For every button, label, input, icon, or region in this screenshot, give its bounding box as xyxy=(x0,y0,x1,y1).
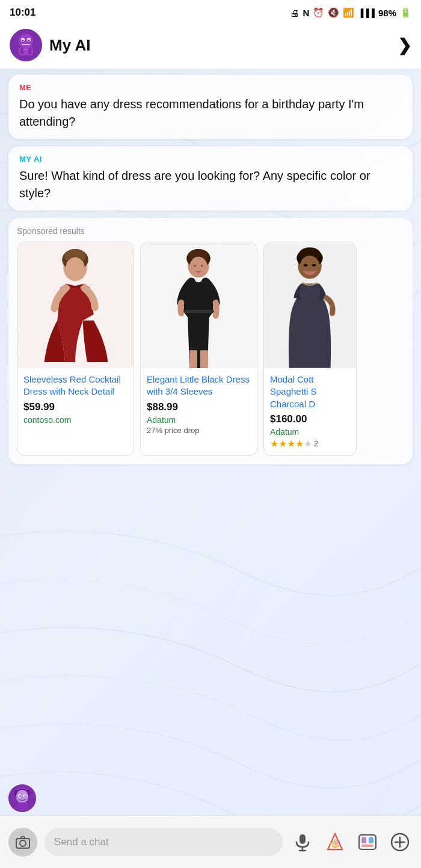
svg-rect-11 xyxy=(28,48,31,54)
product-image-1 xyxy=(17,242,134,369)
nfc-icon: N xyxy=(303,8,309,18)
camera-button[interactable] xyxy=(8,828,37,857)
product-card-2[interactable]: Elegant Little Black Dress with 3/4 Slee… xyxy=(140,242,257,456)
message-text-ai: Sure! What kind of dress are you looking… xyxy=(19,167,402,202)
star-5: ★ xyxy=(304,438,312,449)
add-button[interactable] xyxy=(387,830,413,855)
svg-rect-8 xyxy=(22,44,30,45)
signal-icon: ▐▐▐ xyxy=(358,8,375,17)
svg-point-6 xyxy=(22,40,24,42)
svg-rect-45 xyxy=(17,802,28,810)
header-left: My AI xyxy=(10,29,90,61)
star-count: 2 xyxy=(314,439,318,448)
product-image-2 xyxy=(141,242,257,369)
bitmoji-icon xyxy=(358,833,377,852)
product-stars-3: ★ ★ ★ ★ ★ 2 xyxy=(270,438,350,449)
battery-level: 98% xyxy=(378,8,396,18)
app-header: My AI ❯ xyxy=(0,24,421,69)
svg-text:🎂: 🎂 xyxy=(330,838,341,848)
status-time: 10:01 xyxy=(10,7,35,19)
svg-point-32 xyxy=(304,264,308,266)
products-row: Sleeveless Red Cocktail Dress with Neck … xyxy=(17,242,404,456)
product-info-3: Modal Cott Spaghetti S Charcoal D $160.0… xyxy=(264,369,356,449)
sender-label-ai: MY AI xyxy=(19,155,402,164)
svg-point-22 xyxy=(194,265,196,267)
battery-icon: 🔋 xyxy=(400,7,411,18)
camera-icon xyxy=(15,834,31,850)
svg-rect-26 xyxy=(200,350,208,368)
microphone-icon xyxy=(293,833,312,852)
star-3: ★ xyxy=(287,438,295,449)
wifi-icon: 📶 xyxy=(343,7,354,18)
sponsored-section: Sponsored results xyxy=(8,218,413,464)
product-name-1: Sleeveless Red Cocktail Dress with Neck … xyxy=(23,374,128,398)
bottom-user-avatar xyxy=(8,784,36,812)
alarm-icon: ⏰ xyxy=(313,7,324,18)
product-info-1: Sleeveless Red Cocktail Dress with Neck … xyxy=(17,369,134,425)
product-price-3: $160.00 xyxy=(270,413,350,425)
product-info-2: Elegant Little Black Dress with 3/4 Slee… xyxy=(141,369,257,435)
product-badge-2: 27% price drop xyxy=(147,426,251,435)
product-card-1[interactable]: Sleeveless Red Cocktail Dress with Neck … xyxy=(17,242,134,456)
svg-rect-25 xyxy=(189,350,197,368)
microphone-button[interactable] xyxy=(290,830,315,855)
star-4: ★ xyxy=(295,438,304,449)
message-block-me: ME Do you have any dress recommendations… xyxy=(8,75,413,139)
sponsored-label: Sponsored results xyxy=(17,226,404,236)
svg-point-16 xyxy=(66,257,85,279)
message-block-ai: MY AI Sure! What kind of dress are you l… xyxy=(8,146,413,211)
svg-point-47 xyxy=(20,840,26,846)
main-content: ME Do you have any dress recommendations… xyxy=(0,69,421,814)
status-icons: 🖨 N ⏰ 🔇 📶 ▐▐▐ 98% 🔋 xyxy=(290,7,411,18)
svg-rect-58 xyxy=(361,845,373,847)
svg-point-43 xyxy=(19,795,20,796)
svg-rect-24 xyxy=(183,310,214,313)
add-icon xyxy=(390,833,410,852)
header-title: My AI xyxy=(49,36,90,55)
sticker-icon: 🎂 xyxy=(325,833,345,852)
bitmoji-button[interactable] xyxy=(355,830,380,855)
svg-point-44 xyxy=(24,795,25,796)
ai-avatar[interactable] xyxy=(10,29,42,61)
product-store-1: contoso.com xyxy=(23,415,128,425)
product-name-2: Elegant Little Black Dress with 3/4 Slee… xyxy=(147,374,251,398)
chat-input-placeholder: Send a chat xyxy=(54,836,109,848)
svg-rect-48 xyxy=(300,834,306,844)
status-bar: 10:01 🖨 N ⏰ 🔇 📶 ▐▐▐ 98% 🔋 xyxy=(0,0,421,24)
bottom-toolbar: Send a chat 🎂 xyxy=(0,815,421,868)
svg-point-33 xyxy=(312,264,316,266)
svg-point-2 xyxy=(19,34,33,48)
chat-area: ME Do you have any dress recommendations… xyxy=(0,69,421,478)
sticker-button[interactable]: 🎂 xyxy=(322,830,348,855)
star-1: ★ xyxy=(270,438,278,449)
sim-icon: 🖨 xyxy=(290,8,299,18)
chat-input-area[interactable]: Send a chat xyxy=(45,828,283,856)
svg-point-7 xyxy=(28,40,30,42)
product-card-3[interactable]: Modal Cott Spaghetti S Charcoal D $160.0… xyxy=(263,242,357,456)
sender-label-me: ME xyxy=(19,83,402,92)
svg-point-21 xyxy=(189,257,207,277)
svg-rect-56 xyxy=(361,837,366,843)
product-store-3: Adatum xyxy=(270,427,350,437)
svg-rect-10 xyxy=(20,48,23,54)
svg-rect-57 xyxy=(369,837,373,843)
mute-icon: 🔇 xyxy=(328,7,339,18)
product-store-2: Adatum xyxy=(147,415,251,425)
user-avatar-circle xyxy=(8,784,36,812)
product-name-3: Modal Cott Spaghetti S Charcoal D xyxy=(270,374,350,410)
forward-chevron-icon[interactable]: ❯ xyxy=(398,35,411,55)
star-2: ★ xyxy=(278,438,287,449)
message-text-me: Do you have any dress recommendations fo… xyxy=(19,96,402,131)
svg-point-23 xyxy=(201,265,203,267)
product-price-1: $59.99 xyxy=(23,401,128,413)
product-price-2: $88.99 xyxy=(147,401,251,413)
product-image-3 xyxy=(264,242,356,369)
